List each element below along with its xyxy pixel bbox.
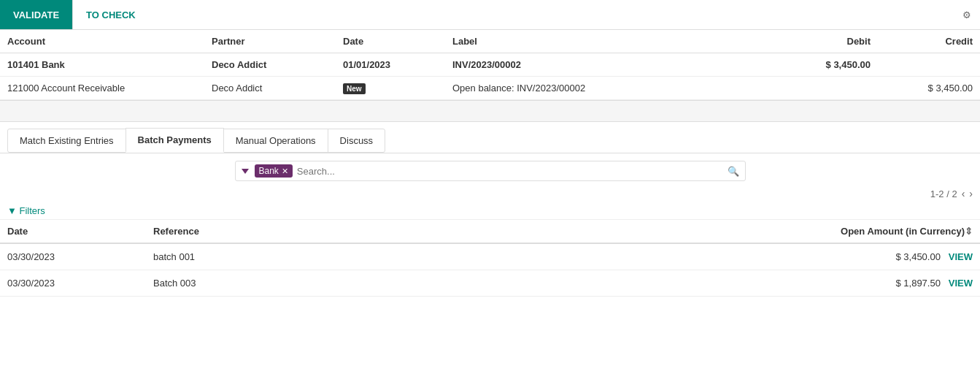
label-cell: Open balance: INV/2023/00002 (445, 77, 761, 100)
batch-date: 03/30/2023 (0, 270, 146, 297)
partner-cell: Deco Addict (204, 53, 336, 77)
list-item: 03/30/2023 batch 001 $ 3,450.00 VIEW (0, 243, 980, 270)
table-row: 101401 Bank Deco Addict 01/01/2023 INV/2… (0, 53, 980, 77)
table-row: 121000 Account Receivable Deco Addict Ne… (0, 77, 980, 100)
col-date: Date (336, 30, 445, 53)
funnel-icon (242, 169, 249, 174)
credit-cell: $ 3,450.00 (878, 77, 980, 100)
col-date: Date (0, 220, 146, 243)
search-area: Bank ✕ 🔍 (0, 153, 980, 185)
col-debit: Debit (761, 30, 878, 53)
search-box: Bank ✕ 🔍 (235, 161, 746, 181)
partner-cell: Deco Addict (204, 77, 336, 100)
to-check-button[interactable]: TO CHECK (72, 0, 149, 29)
close-filter-icon[interactable]: ✕ (282, 167, 288, 176)
top-toolbar: VALIDATE TO CHECK ⚙ (0, 0, 980, 30)
credit-cell (878, 53, 980, 77)
date-cell: 01/01/2023 (336, 53, 445, 77)
search-input[interactable] (297, 166, 723, 177)
search-icon[interactable]: 🔍 (728, 166, 739, 177)
batch-date: 03/30/2023 (0, 243, 146, 270)
col-label: Label (445, 30, 761, 53)
batch-open-amount: $ 3,450.00 VIEW (511, 243, 980, 270)
account-cell: 101401 Bank (0, 53, 204, 77)
filters-row: ▼ Filters (0, 202, 980, 220)
filter-tag-bank: Bank ✕ (255, 164, 293, 178)
batch-reference: batch 001 (146, 243, 511, 270)
col-open-amount: Open Amount (in Currency) ⇕ (511, 220, 980, 243)
batch-table: Date Reference Open Amount (in Currency)… (0, 220, 980, 297)
tab-discuss[interactable]: Discuss (328, 129, 386, 153)
pagination-info: 1-2 / 2 (930, 188, 957, 199)
batch-open-amount: $ 1,897.50 VIEW (511, 270, 980, 297)
col-reference: Reference (146, 220, 511, 243)
validate-button[interactable]: VALIDATE (0, 0, 72, 29)
main-table: Account Partner Date Label Debit Credit … (0, 30, 980, 100)
new-badge: New (343, 83, 366, 94)
col-partner: Partner (204, 30, 336, 53)
account-cell: 121000 Account Receivable (0, 77, 204, 100)
col-account: Account (0, 30, 204, 53)
pagination-area: 1-2 / 2 ‹ › (0, 185, 980, 202)
date-cell: New (336, 77, 445, 100)
next-page-button[interactable]: › (969, 188, 973, 199)
filters-button[interactable]: ▼ Filters (7, 205, 45, 216)
batch-reference: Batch 003 (146, 270, 511, 297)
prev-page-button[interactable]: ‹ (962, 188, 965, 199)
list-item: 03/30/2023 Batch 003 $ 1,897.50 VIEW (0, 270, 980, 297)
view-link-0[interactable]: VIEW (949, 251, 973, 262)
separator (0, 100, 980, 122)
debit-cell: $ 3,450.00 (761, 53, 878, 77)
view-link-1[interactable]: VIEW (949, 278, 973, 289)
filter-tag-label: Bank (259, 166, 279, 176)
debit-cell (761, 77, 878, 100)
tab-match[interactable]: Match Existing Entries (7, 129, 126, 153)
col-credit: Credit (878, 30, 980, 53)
tab-batch[interactable]: Batch Payments (126, 128, 224, 153)
column-adjust-icon[interactable]: ⇕ (965, 226, 973, 237)
label-cell: INV/2023/00002 (445, 53, 761, 77)
tab-manual[interactable]: Manual Operations (223, 129, 328, 153)
gear-icon[interactable]: ⚙ (954, 4, 980, 26)
tabs-container: Match Existing Entries Batch Payments Ma… (0, 122, 980, 153)
